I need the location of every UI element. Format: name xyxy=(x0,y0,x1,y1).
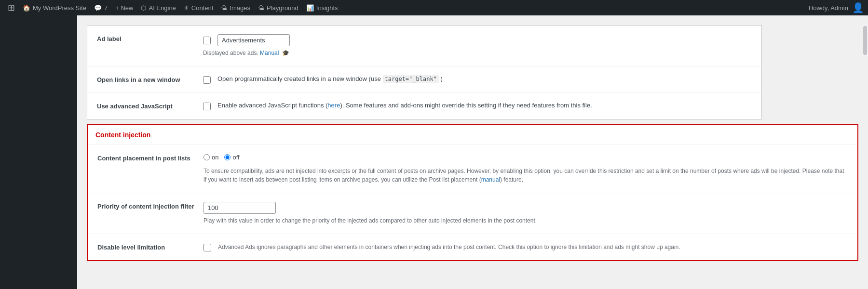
home-icon: 🏠 xyxy=(23,4,30,12)
priority-row: Priority of content injection filter Pla… xyxy=(88,193,857,234)
post-list-manual-link[interactable]: manual xyxy=(481,176,500,183)
advanced-js-checkbox[interactable] xyxy=(203,103,211,110)
open-links-description: Open programmatically created links in a… xyxy=(217,75,443,82)
open-links-checkbox[interactable] xyxy=(203,76,211,84)
insights-link[interactable]: 📊 Insights xyxy=(302,0,342,15)
playground-link[interactable]: 🌤 Playground xyxy=(254,0,302,15)
advanced-js-row: Use advanced JavaScript Enable advanced … xyxy=(87,93,761,119)
placement-off-option[interactable]: off xyxy=(224,154,239,161)
comments-link[interactable]: 💬 7 xyxy=(90,0,111,15)
placement-on-radio[interactable] xyxy=(203,154,210,160)
content-injection-title: Content injection xyxy=(88,125,857,145)
manual-link[interactable]: Manual xyxy=(260,50,279,56)
open-links-row: Open links in a new window Open programm… xyxy=(87,66,761,93)
new-content-link[interactable]: + New xyxy=(111,0,137,15)
content-link[interactable]: ✳ Content xyxy=(180,0,217,15)
priority-field: Play with this value in order to change … xyxy=(203,202,848,225)
ad-label-field: Displayed above ads. Manual 🎓 xyxy=(203,34,752,57)
placement-radio-group: on off xyxy=(203,154,848,161)
admin-avatar-icon: 👤 xyxy=(852,2,864,13)
target-blank-code: target="_blank" xyxy=(383,75,439,83)
wp-logo-icon[interactable]: ⊞ xyxy=(4,0,19,15)
disable-level-field: Advanced Ads ignores paragraphs and othe… xyxy=(203,243,848,251)
disable-level-label: Disable level limitation xyxy=(97,243,203,251)
site-name-link[interactable]: 🏠 My WordPress Site xyxy=(19,0,90,15)
placement-off-radio[interactable] xyxy=(224,154,231,160)
disable-level-row: Disable level limitation Advanced Ads ig… xyxy=(88,234,857,260)
site-name: My WordPress Site xyxy=(33,4,86,12)
content-placement-label: Content placement in post lists xyxy=(97,154,203,162)
content-placement-field: on off To ensure compatibility, ads are … xyxy=(203,154,848,184)
new-label: + New xyxy=(115,4,133,12)
playground-icon: 🌤 xyxy=(258,4,264,12)
images-link[interactable]: 🌤 Images xyxy=(217,0,254,15)
priority-label: Priority of content injection filter xyxy=(97,202,203,210)
insights-icon: 📊 xyxy=(306,4,314,12)
main-content: Ad label Displayed above ads. Manual 🎓 O… xyxy=(77,15,868,289)
ad-label-description: Displayed above ads. Manual 🎓 xyxy=(203,49,752,57)
ai-engine-label: AI Engine xyxy=(149,4,176,12)
priority-input[interactable] xyxy=(203,202,276,214)
ai-engine-icon: ⬡ xyxy=(141,4,146,12)
disable-level-checkbox[interactable] xyxy=(203,244,211,251)
placement-off-label: off xyxy=(232,154,239,161)
ad-label-input[interactable] xyxy=(217,34,290,46)
scrollbar[interactable] xyxy=(862,15,868,289)
comments-icon: 💬 xyxy=(94,4,102,12)
placement-on-label: on xyxy=(212,154,218,161)
priority-description: Play with this value in order to change … xyxy=(203,216,848,225)
content-label: Content xyxy=(191,4,214,12)
images-label: Images xyxy=(230,4,250,12)
content-placement-description: To ensure compatibility, ads are not inj… xyxy=(203,167,848,184)
advanced-js-description: Enable advanced JavaScript functions (he… xyxy=(217,102,592,109)
scrollbar-thumb[interactable] xyxy=(863,26,867,55)
ad-label-row: Ad label Displayed above ads. Manual 🎓 xyxy=(87,26,761,66)
playground-label: Playground xyxy=(267,4,298,12)
placement-on-option[interactable]: on xyxy=(203,154,218,161)
comments-count: 7 xyxy=(104,4,108,12)
ad-label-label: Ad label xyxy=(97,34,203,42)
images-icon: 🌤 xyxy=(221,4,227,12)
open-links-label: Open links in a new window xyxy=(97,75,203,83)
content-placement-row: Content placement in post lists on off xyxy=(88,145,857,193)
content-injection-section: Content injection Content placement in p… xyxy=(87,124,858,261)
insights-label: Insights xyxy=(316,4,338,12)
ai-engine-link[interactable]: ⬡ AI Engine xyxy=(137,0,179,15)
howdy-text: Howdy, Admin xyxy=(809,4,848,12)
admin-bar: ⊞ 🏠 My WordPress Site 💬 7 + New ⬡ AI Eng… xyxy=(0,0,868,15)
open-links-field: Open programmatically created links in a… xyxy=(203,75,752,84)
advanced-js-field: Enable advanced JavaScript functions (he… xyxy=(203,102,752,110)
here-link[interactable]: here xyxy=(327,102,340,109)
content-icon: ✳ xyxy=(184,4,189,12)
disable-level-description: Advanced Ads ignores paragraphs and othe… xyxy=(218,243,680,251)
ad-label-checkbox[interactable] xyxy=(203,37,211,44)
admin-sidebar xyxy=(0,15,77,289)
graduation-icon: 🎓 xyxy=(282,50,289,56)
advanced-js-label: Use advanced JavaScript xyxy=(97,102,203,110)
